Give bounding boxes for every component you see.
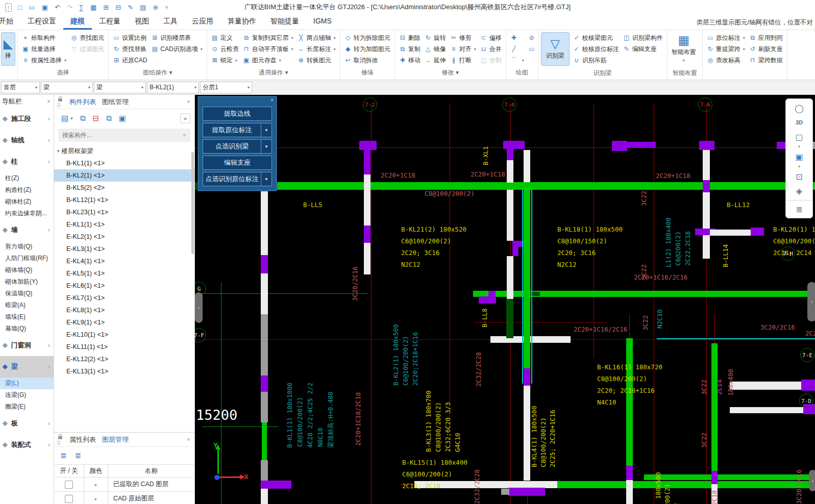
ribbon-button[interactable]: ⊓梁跨数据▾	[748, 55, 784, 66]
type-select[interactable]: 梁▾	[94, 82, 146, 93]
cad-element[interactable]	[262, 422, 267, 460]
cad-element[interactable]	[359, 141, 377, 150]
cad-element[interactable]	[524, 368, 530, 386]
ribbon-button[interactable]: ╳两点辅轴▾	[296, 32, 337, 43]
tab-project-settings[interactable]: 工程设置	[20, 14, 63, 30]
ribbon-button[interactable]: ▭设置比例▾	[111, 32, 149, 43]
select-big-button[interactable]: ◣ 择	[1, 32, 15, 66]
tab-start[interactable]: 开始	[0, 14, 20, 30]
dropdown-arrow-icon[interactable]: ▼	[261, 140, 271, 153]
sidebar-item[interactable]: ❖ 装配式 ∨	[0, 434, 54, 456]
sidebar-item[interactable]: ❖ 门窗洞 ∨	[0, 335, 54, 356]
tab-drawing-management[interactable]: 图纸管理	[102, 97, 129, 107]
tab-igms[interactable]: IGMS	[306, 14, 339, 30]
batch-copy-icon[interactable]: ⧉	[106, 114, 112, 123]
grid-icon[interactable]: ⊞	[103, 4, 109, 11]
component-item[interactable]: ▾E-KL10(1) <1>	[54, 329, 194, 341]
sidebar-item[interactable]: ❖ 柱 ∧	[0, 151, 54, 172]
sidebar-item[interactable]: 砌体加筋(Y)	[0, 276, 54, 288]
ribbon-button[interactable]: ◫识别梁构件▾	[622, 32, 664, 43]
cad-element[interactable]	[503, 141, 525, 149]
cad-element[interactable]	[751, 228, 764, 236]
arc-tool[interactable]: ⌒▾	[509, 55, 526, 66]
cad-element[interactable]	[626, 480, 633, 504]
isolate-element-icon[interactable]: ◈	[786, 184, 812, 198]
scrollbar[interactable]	[191, 152, 194, 254]
ribbon-button[interactable]: ▣批量选择▾	[20, 43, 68, 55]
ribbon-button[interactable]: ↻旋转▾	[423, 32, 448, 43]
cad-element[interactable]	[261, 489, 268, 504]
sidebar-item[interactable]: 人防门框墙(RF)	[0, 253, 54, 264]
category-select[interactable]: 梁▾	[41, 82, 93, 93]
sidebar-item[interactable]: 墙垛(E)	[0, 311, 54, 323]
component-item[interactable]: ▾E-KL8(1) <1>	[54, 304, 194, 316]
expand-toolbar-icon[interactable]: »	[180, 113, 190, 123]
tab-quantity[interactable]: 工程量	[92, 14, 128, 30]
ribbon-button[interactable]: △镜像▾	[423, 43, 448, 55]
cad-element[interactable]	[512, 241, 518, 256]
floating-tool-button[interactable]: 点选识别原位标注 ▼	[203, 172, 272, 186]
tab-modeling[interactable]: 建模	[63, 14, 92, 30]
ribbon-button[interactable]: ▤定义▾	[210, 32, 240, 43]
cad-element[interactable]	[507, 149, 513, 160]
cad-element[interactable]	[364, 225, 371, 243]
sidebar-item[interactable]: 约束边缘非阴...	[0, 208, 54, 219]
sidebar-item[interactable]: ❖ 施工段 ∨	[0, 108, 54, 130]
cad-element[interactable]	[626, 338, 633, 466]
floating-tool-button[interactable]: 编辑支座 ▼	[203, 156, 272, 170]
ribbon-button[interactable]: ✓校核梁图元▾	[572, 32, 621, 43]
show-extracted-layers-icon[interactable]: ≣	[60, 451, 67, 460]
ribbon-button[interactable]: ◎查找图元▾	[69, 32, 106, 43]
sidebar-item[interactable]: ❖ 墙 ∧	[0, 219, 54, 241]
floating-tool-button[interactable]: 点选识别梁 ▼	[203, 139, 272, 154]
dropdown-arrow-icon[interactable]: ▼	[261, 123, 271, 137]
ribbon-button[interactable]: ◇转为拆除图元▾	[343, 32, 392, 43]
cad-element[interactable]	[501, 489, 509, 495]
point-tool[interactable]: ✚▾	[509, 32, 526, 43]
component-item[interactable]: ▾E-KL7(1) <1>	[54, 292, 194, 304]
ribbon-button[interactable]: ✚移动▾	[398, 55, 422, 66]
ribbon-button[interactable]: ⊔合并▾	[479, 43, 503, 55]
wireframe-cube-icon[interactable]: ▢	[786, 130, 812, 144]
cad-element[interactable]	[711, 471, 718, 484]
cad-element[interactable]	[612, 141, 627, 151]
cad-element[interactable]	[711, 343, 718, 471]
cad-element[interactable]	[699, 141, 714, 150]
open-file-icon[interactable]: ▭	[29, 4, 35, 11]
cad-element[interactable]	[224, 182, 815, 190]
component-item[interactable]: ▾E-KL2(1) <1>	[54, 231, 194, 243]
redo-icon[interactable]: ↷	[67, 4, 72, 11]
close-icon[interactable]: ×	[270, 97, 274, 103]
3d-view-icon[interactable]: 3D	[786, 115, 812, 130]
sidebar-item[interactable]: ❖ 板 ∨	[0, 413, 54, 434]
ribbon-button[interactable]: ⊞识别楼层表▾	[150, 32, 204, 43]
layer-visibility-checkbox[interactable]	[65, 495, 73, 503]
floating-tool-button[interactable]: 提取边线 ▼	[203, 107, 272, 121]
sidebar-item[interactable]: 暗梁(A)	[0, 299, 54, 311]
publish-icon[interactable]: ↑	[5, 3, 12, 12]
ribbon-button[interactable]: ⊠锁定▾	[210, 55, 240, 66]
undo-icon[interactable]: ↶	[55, 4, 60, 11]
close-icon[interactable]: ×	[187, 436, 190, 443]
component-item[interactable]: ▾E-KL3(1) <1>	[54, 243, 194, 255]
cad-element[interactable]	[364, 243, 371, 274]
expand-arrow-icon[interactable]: ▸	[95, 482, 97, 487]
search-input[interactable]	[58, 129, 190, 142]
ribbon-button[interactable]: ▤CAD识别选项▾	[150, 43, 204, 55]
cad-element[interactable]	[364, 150, 371, 174]
copy-component-icon[interactable]: ⧉	[80, 114, 86, 123]
show-selected-layers-icon[interactable]: ≣	[75, 451, 82, 460]
cad-element[interactable]	[261, 392, 268, 422]
tab-view[interactable]: 视图	[128, 14, 156, 30]
cad-element[interactable]	[524, 190, 530, 368]
sidebar-item[interactable]: 梁(L)	[0, 377, 54, 389]
component-item[interactable]: ▾B-KL12(1) <1>	[54, 194, 194, 206]
component-item[interactable]: ▾E-KL12(2) <1>	[54, 353, 194, 365]
rect-tool[interactable]: ▭▾	[527, 43, 539, 55]
collapse-right-tab[interactable]: ›	[807, 282, 815, 321]
sidebar-item[interactable]: 圈梁(E)	[0, 401, 54, 413]
ribbon-button[interactable]: ↻查找替换▾	[111, 43, 149, 55]
component-item[interactable]: ▾E-KL5(1) <1>	[54, 267, 194, 280]
cad-element[interactable]	[507, 160, 513, 183]
component-item[interactable]: ▾B-KL23(1) <1>	[54, 206, 194, 218]
